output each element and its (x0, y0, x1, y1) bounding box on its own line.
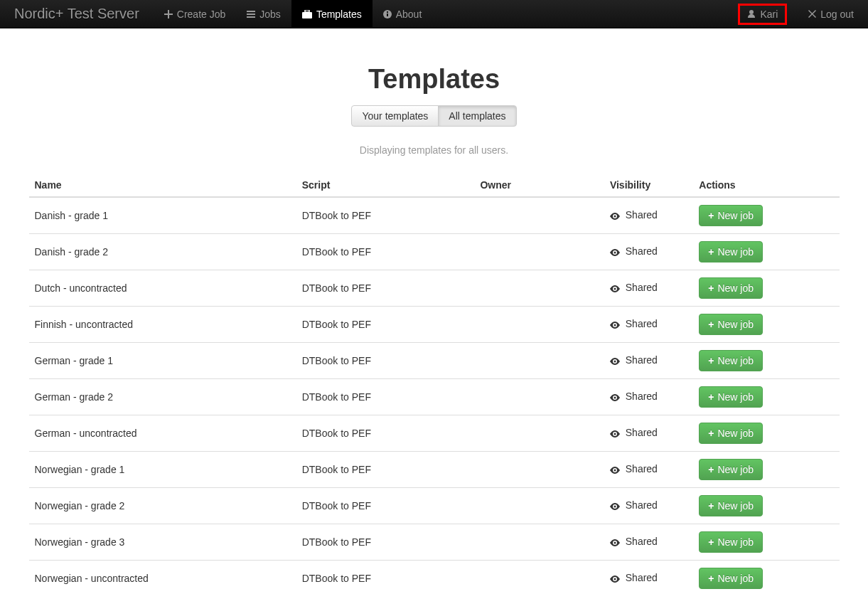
eye-icon (610, 573, 620, 585)
nav-jobs[interactable]: Jobs (236, 0, 291, 28)
cell-owner (474, 197, 604, 234)
user-name: Kari (760, 9, 778, 20)
new-job-label: New job (717, 391, 754, 403)
page-title: Templates (29, 64, 840, 95)
cell-name: Norwegian - grade 3 (29, 524, 296, 561)
plus-icon: + (708, 500, 714, 511)
eye-icon (610, 537, 620, 548)
new-job-label: New job (717, 428, 754, 439)
plus-icon: + (708, 536, 714, 548)
cell-name: Danish - grade 2 (29, 234, 296, 270)
eye-icon (610, 283, 620, 295)
new-job-button[interactable]: +New job (699, 205, 763, 226)
cell-script: DTBook to PEF (296, 524, 475, 561)
new-job-button[interactable]: +New job (699, 350, 763, 371)
new-job-button[interactable]: +New job (699, 495, 763, 516)
nav-label: About (396, 9, 422, 20)
new-job-button[interactable]: +New job (699, 241, 763, 262)
nav-templates[interactable]: Templates (291, 0, 373, 28)
logout-link[interactable]: Log out (808, 9, 854, 20)
main-container: Templates Your templates All templates D… (18, 64, 850, 594)
cell-actions: +New job (693, 307, 839, 343)
table-row: German - grade 1DTBook to PEF Shared+New… (29, 343, 840, 379)
svg-point-11 (614, 287, 616, 290)
svg-point-19 (614, 578, 616, 580)
svg-point-13 (614, 360, 616, 362)
new-job-button[interactable]: +New job (699, 459, 763, 480)
info-icon (383, 10, 392, 18)
cell-script: DTBook to PEF (296, 379, 475, 415)
new-job-button[interactable]: +New job (699, 423, 763, 444)
plus-icon: + (708, 428, 714, 439)
new-job-label: New job (717, 355, 754, 366)
cell-actions: +New job (693, 524, 839, 561)
eye-icon (610, 356, 620, 367)
new-job-button[interactable]: +New job (699, 314, 763, 335)
eye-icon (610, 501, 620, 512)
svg-point-12 (614, 324, 616, 326)
new-job-label: New job (717, 210, 754, 221)
svg-point-15 (614, 433, 616, 435)
plus-icon: + (708, 464, 714, 475)
nav-right: Kari Log out (738, 0, 854, 28)
cell-script: DTBook to PEF (296, 343, 475, 379)
cell-actions: +New job (693, 488, 839, 524)
svg-rect-1 (247, 14, 255, 15)
cell-actions: +New job (693, 415, 839, 452)
new-job-button[interactable]: +New job (699, 277, 763, 299)
cell-visibility: Shared (604, 524, 693, 561)
cell-visibility: Shared (604, 379, 693, 415)
cell-actions: +New job (693, 234, 839, 270)
cell-name: Norwegian - grade 2 (29, 488, 296, 524)
svg-rect-7 (387, 11, 388, 13)
table-row: Danish - grade 2DTBook to PEF Shared+New… (29, 234, 840, 270)
eye-icon (610, 247, 620, 258)
svg-point-17 (614, 505, 616, 507)
svg-point-8 (749, 10, 754, 14)
header-script: Script (296, 174, 475, 197)
cell-script: DTBook to PEF (296, 197, 475, 234)
nav-about[interactable]: About (373, 0, 433, 28)
header-owner: Owner (474, 174, 604, 197)
user-account-link[interactable]: Kari (738, 4, 787, 25)
cell-visibility: Shared (604, 270, 693, 307)
cell-owner (474, 379, 604, 415)
plus-icon: + (708, 573, 714, 584)
new-job-label: New job (717, 536, 754, 548)
brand[interactable]: Nordic+ Test Server (14, 6, 139, 22)
new-job-button[interactable]: +New job (699, 568, 763, 589)
cell-owner (474, 307, 604, 343)
close-icon (808, 9, 816, 20)
plus-icon (164, 10, 173, 18)
new-job-label: New job (717, 282, 754, 294)
svg-point-9 (614, 215, 616, 217)
eye-icon (610, 428, 620, 440)
cell-visibility: Shared (604, 307, 693, 343)
all-templates-button[interactable]: All templates (438, 105, 516, 127)
nav-list: Create Job Jobs Templates About (154, 0, 432, 28)
your-templates-button[interactable]: Your templates (351, 105, 439, 127)
table-row: German - uncontractedDTBook to PEF Share… (29, 415, 840, 452)
cell-name: Norwegian - uncontracted (29, 561, 296, 595)
cell-visibility: Shared (604, 234, 693, 270)
new-job-label: New job (717, 319, 754, 330)
nav-label: Jobs (259, 9, 281, 20)
templates-table: Name Script Owner Visibility Actions Dan… (29, 174, 840, 594)
plus-icon: + (708, 246, 714, 258)
cell-owner (474, 270, 604, 307)
cell-script: DTBook to PEF (296, 488, 475, 524)
table-row: German - grade 2DTBook to PEF Shared+New… (29, 379, 840, 415)
cell-owner (474, 561, 604, 595)
header-visibility: Visibility (604, 174, 693, 197)
eye-icon (610, 211, 620, 222)
new-job-button[interactable]: +New job (699, 386, 763, 408)
cell-actions: +New job (693, 197, 839, 234)
svg-point-18 (614, 541, 616, 543)
cell-script: DTBook to PEF (296, 307, 475, 343)
svg-point-16 (614, 469, 616, 471)
cell-owner (474, 488, 604, 524)
new-job-label: New job (717, 500, 754, 511)
new-job-button[interactable]: +New job (699, 531, 763, 553)
nav-create-job[interactable]: Create Job (154, 0, 236, 28)
table-row: Finnish - uncontractedDTBook to PEF Shar… (29, 307, 840, 343)
